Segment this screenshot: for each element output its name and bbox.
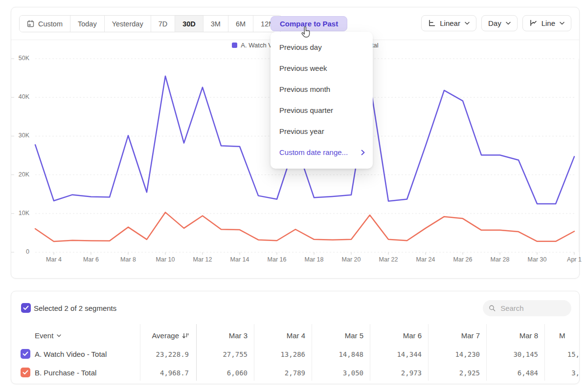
x-axis-label: Mar 8	[113, 256, 144, 263]
column-separator	[196, 324, 197, 381]
check-icon	[23, 351, 28, 356]
menu-item-label: Previous quarter	[279, 106, 333, 114]
x-axis-label: Mar 12	[187, 256, 218, 263]
menu-item-label: Custom date range...	[279, 148, 348, 156]
column-header-average[interactable]: Average	[140, 331, 189, 340]
range-option-label: Yesterday	[112, 20, 143, 28]
select-all-checkbox[interactable]	[21, 303, 31, 313]
chevron-down-icon	[506, 22, 511, 25]
range-option-30d[interactable]: 30D	[175, 16, 203, 32]
calendar-icon	[27, 20, 34, 27]
column-header-label: Mar 8	[519, 331, 538, 340]
menu-item-label: Previous day	[279, 43, 322, 51]
chevron-down-icon	[57, 334, 61, 337]
check-icon	[23, 370, 28, 375]
y-axis-label: 0	[11, 248, 29, 255]
menu-item-previous-day[interactable]: Previous day	[271, 37, 373, 58]
column-header-label: Mar 7	[461, 331, 480, 340]
range-option-label: 6M	[236, 20, 246, 28]
cell: 14,230	[431, 350, 480, 358]
row-label: B. Purchase - Total	[35, 369, 96, 377]
x-axis-label: Mar 4	[38, 256, 69, 263]
column-separator	[312, 324, 312, 381]
column-header-label: Mar 4	[287, 331, 305, 340]
range-option-label: Today	[78, 20, 97, 28]
range-option-6m[interactable]: 6M	[228, 16, 253, 32]
column-separator	[486, 324, 487, 381]
row-checkbox-a-watch-video-total[interactable]	[21, 349, 30, 359]
y-axis-label: 50K	[11, 55, 29, 62]
cell: 13,286	[256, 350, 305, 358]
menu-item-previous-year[interactable]: Previous year	[271, 121, 373, 142]
analytics-page: CustomTodayYesterday7D30D3M6M12M Compare…	[0, 0, 587, 392]
range-option-label: 3M	[211, 20, 221, 28]
scale-select-button[interactable]: Linear	[421, 15, 476, 31]
column-header-label: Event	[35, 331, 53, 340]
range-option-today[interactable]: Today	[70, 16, 105, 32]
column-header-label: Mar 5	[345, 331, 363, 340]
column-header-mar-7: Mar 7	[431, 331, 480, 340]
column-header-label: Mar 3	[229, 331, 248, 340]
x-axis-label: Mar 6	[75, 256, 107, 263]
x-axis-label: Mar 16	[261, 256, 293, 263]
menu-item-label: Previous week	[279, 64, 327, 72]
compare-to-past-button[interactable]: Compare to Past	[271, 16, 347, 31]
date-range-control: CustomTodayYesterday7D30D3M6M12M	[19, 15, 282, 32]
column-separator	[254, 324, 254, 381]
column-header-event[interactable]: Event	[35, 331, 61, 340]
range-option-label: Custom	[38, 20, 63, 28]
compare-to-past-menu: Previous dayPrevious weekPrevious monthP…	[271, 32, 373, 169]
column-header-mar-8: Mar 8	[489, 331, 538, 340]
menu-item-previous-quarter[interactable]: Previous quarter	[271, 100, 373, 121]
x-axis-label: Apr 1	[559, 256, 587, 263]
range-option-7d[interactable]: 7D	[151, 16, 176, 32]
x-axis-label: Mar 14	[224, 256, 255, 263]
menu-item-label: Previous year	[279, 127, 324, 135]
cell: 27,755	[199, 350, 248, 358]
axis-scale-icon	[428, 20, 435, 27]
column-header-mar-5: Mar 5	[315, 331, 363, 340]
range-option-custom[interactable]: Custom	[20, 16, 70, 32]
interval-label: Day	[488, 19, 501, 27]
scale-label: Linear	[440, 19, 460, 27]
column-separator	[370, 324, 370, 381]
legend-swatch	[232, 43, 237, 48]
range-option-label: 30D	[182, 20, 196, 28]
y-axis-label: 10K	[11, 210, 29, 217]
chart-type-select-button[interactable]: Line	[522, 15, 571, 31]
cell: 15,	[531, 350, 580, 358]
row-checkbox-b-purchase-total[interactable]	[21, 368, 30, 377]
x-axis-label: Mar 30	[521, 256, 553, 263]
cell: 3,	[531, 369, 580, 377]
x-axis-label: Mar 18	[298, 256, 330, 263]
line-chart-icon	[529, 20, 537, 27]
cell: 4,968.7	[140, 369, 189, 377]
x-axis-label: Mar 22	[373, 256, 404, 263]
column-header-label: Average	[152, 331, 179, 340]
search-input[interactable]	[499, 304, 565, 313]
column-header-mar-3: Mar 3	[199, 331, 248, 340]
menu-item-previous-week[interactable]: Previous week	[271, 58, 373, 79]
column-header-mar-6: Mar 6	[373, 331, 422, 340]
range-option-3m[interactable]: 3M	[203, 16, 228, 32]
column-header-clipped: M	[559, 331, 565, 340]
row-label: A. Watch Video - Total	[35, 350, 107, 358]
menu-item-custom-date-range[interactable]: Custom date range...	[271, 142, 373, 163]
x-axis-label: Mar 20	[336, 256, 367, 263]
cell: 14,344	[373, 350, 422, 358]
column-header-label: Mar 6	[403, 331, 422, 340]
chevron-down-icon	[560, 22, 564, 25]
column-header-mar-4: Mar 4	[256, 331, 305, 340]
column-separator	[428, 324, 429, 381]
range-option-yesterday[interactable]: Yesterday	[105, 16, 151, 32]
x-axis-label: Mar 24	[410, 256, 441, 263]
menu-item-previous-month[interactable]: Previous month	[271, 79, 373, 100]
interval-select-button[interactable]: Day	[481, 15, 518, 31]
cell: 6,060	[199, 369, 248, 377]
cell: 14,848	[315, 350, 363, 358]
sort-descending-icon	[182, 332, 189, 339]
search-box	[483, 300, 571, 316]
x-axis-label: Mar 10	[150, 256, 181, 263]
cell: 23,228.9	[140, 350, 189, 358]
cell: 3,050	[315, 369, 363, 377]
